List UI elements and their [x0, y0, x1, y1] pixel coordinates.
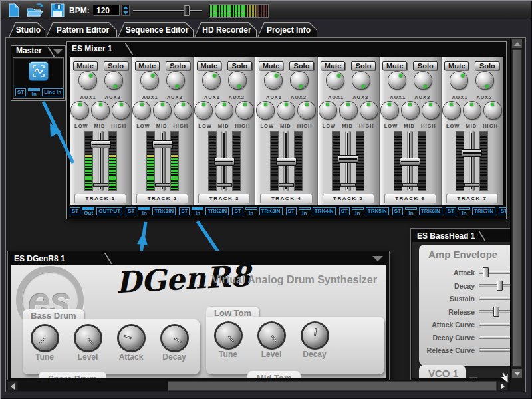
- aux2-knob[interactable]: [105, 72, 122, 89]
- aux1-knob[interactable]: [141, 72, 158, 89]
- eq-low-knob[interactable]: [71, 102, 88, 119]
- sustain-slider[interactable]: [479, 297, 515, 300]
- port-st[interactable]: ST: [179, 207, 190, 215]
- eq-low-knob[interactable]: [257, 102, 274, 119]
- port-dir[interactable]: In: [245, 207, 258, 215]
- tab-hd-recorder[interactable]: HD Recorder: [194, 22, 257, 37]
- aux1-knob[interactable]: [388, 72, 406, 89]
- connector-trk5in[interactable]: ST In TRK5IN: [339, 207, 389, 215]
- chevron-down-icon[interactable]: [372, 256, 383, 261]
- port-st[interactable]: ST: [126, 207, 136, 215]
- port-st[interactable]: ST: [339, 207, 350, 215]
- scroll-up-button[interactable]: [511, 39, 523, 49]
- mixer-window[interactable]: ES Mixer 1 Mute Solo AUX1 AUX2 LOW MID H…: [66, 41, 507, 219]
- port-name[interactable]: TRK3IN: [259, 207, 283, 215]
- attack-curve-slider[interactable]: [479, 323, 515, 326]
- eq-high-knob[interactable]: [236, 102, 253, 119]
- fader-handle[interactable]: [90, 140, 111, 148]
- vertical-scrollbar[interactable]: [510, 38, 523, 380]
- basshead-window[interactable]: ES BassHead 1 Amp Envelope Attack Decay …: [411, 229, 515, 380]
- slider-handle[interactable]: [493, 307, 499, 317]
- eq-high-knob[interactable]: [112, 102, 130, 119]
- aux2-knob[interactable]: [414, 72, 432, 89]
- connector-trk6in[interactable]: ST In TRK6IN: [392, 207, 442, 215]
- eq-high-knob[interactable]: [360, 102, 378, 119]
- port-dir[interactable]: In: [298, 207, 311, 215]
- aux2-knob[interactable]: [229, 72, 246, 89]
- aux2-knob[interactable]: [291, 72, 308, 89]
- eq-low-knob[interactable]: [381, 102, 398, 119]
- volume-fader[interactable]: [469, 131, 475, 191]
- port-line-in[interactable]: Line In: [42, 88, 63, 96]
- solo-button[interactable]: Solo: [475, 61, 499, 70]
- port-name[interactable]: TRK1IN: [152, 207, 176, 215]
- tune-knob[interactable]: [216, 323, 241, 348]
- horizontal-scroll-thumb[interactable]: [168, 381, 497, 391]
- eq-high-knob[interactable]: [484, 102, 501, 119]
- eq-high-knob[interactable]: [174, 102, 192, 119]
- eq-low-knob[interactable]: [319, 102, 336, 119]
- mute-button[interactable]: Mute: [259, 61, 283, 70]
- fader-handle[interactable]: [214, 158, 235, 166]
- port-dir[interactable]: Out: [82, 207, 95, 215]
- release-curve-slider[interactable]: [479, 348, 515, 352]
- mute-button[interactable]: Mute: [444, 61, 469, 70]
- eq-mid-knob[interactable]: [154, 102, 171, 119]
- port-name[interactable]: TRK2IN: [205, 207, 229, 215]
- eq-low-knob[interactable]: [443, 102, 460, 119]
- spin-up-icon[interactable]: [123, 6, 128, 9]
- port-st[interactable]: ST: [70, 207, 80, 215]
- eq-mid-knob[interactable]: [215, 102, 233, 119]
- bpm-input[interactable]: 120: [93, 5, 120, 16]
- port-in[interactable]: In: [27, 88, 41, 96]
- port-st[interactable]: ST: [446, 207, 456, 215]
- mute-button[interactable]: Mute: [135, 61, 160, 70]
- volume-fader[interactable]: [221, 131, 227, 191]
- mute-button[interactable]: Mute: [73, 61, 98, 70]
- aux1-knob[interactable]: [79, 72, 96, 89]
- decay-slider[interactable]: [479, 284, 515, 287]
- toolbar-slider[interactable]: [133, 5, 202, 16]
- eq-mid-knob[interactable]: [464, 102, 481, 119]
- eq-mid-knob[interactable]: [92, 102, 109, 119]
- fader-handle[interactable]: [462, 149, 482, 157]
- volume-fader[interactable]: [407, 131, 413, 191]
- scroll-left-button[interactable]: [7, 381, 18, 391]
- save-icon[interactable]: [51, 3, 65, 17]
- eq-high-knob[interactable]: [298, 102, 315, 119]
- scroll-down-button[interactable]: [511, 368, 523, 378]
- volume-fader[interactable]: [345, 131, 351, 191]
- port-st[interactable]: ST: [392, 207, 403, 215]
- aux1-knob[interactable]: [450, 72, 467, 89]
- fader-handle[interactable]: [400, 158, 420, 166]
- mute-button[interactable]: Mute: [197, 61, 221, 70]
- attack-knob[interactable]: [119, 326, 144, 350]
- connector-output[interactable]: ST Out OUTPUT: [70, 207, 122, 215]
- level-knob[interactable]: [259, 323, 284, 348]
- solo-button[interactable]: Solo: [104, 61, 128, 70]
- tab-sequence-editor[interactable]: Sequence Editor: [118, 22, 194, 37]
- aux2-knob[interactable]: [352, 72, 370, 89]
- connector-trk2in[interactable]: ST In TRK2IN: [179, 207, 229, 215]
- slider-thumb[interactable]: [184, 5, 190, 16]
- solo-button[interactable]: Solo: [227, 61, 252, 70]
- decay-curve-slider[interactable]: [479, 336, 515, 339]
- solo-button[interactable]: Solo: [351, 61, 376, 70]
- chevron-down-icon[interactable]: [53, 49, 63, 54]
- port-name[interactable]: TRK4IN: [313, 207, 336, 215]
- volume-fader[interactable]: [160, 131, 166, 191]
- eq-mid-knob[interactable]: [277, 102, 295, 119]
- spin-down-icon[interactable]: [123, 11, 128, 15]
- port-dir[interactable]: In: [138, 207, 151, 215]
- vertical-scroll-thumb[interactable]: [512, 49, 522, 367]
- aux2-knob[interactable]: [476, 72, 493, 89]
- solo-button[interactable]: Solo: [413, 61, 438, 70]
- port-name[interactable]: OUTPUT: [96, 207, 122, 215]
- tab-pattern-editor[interactable]: Pattern Editor: [46, 22, 117, 37]
- slider-handle[interactable]: [483, 267, 489, 277]
- connector-trk4in[interactable]: ST In TRK4IN: [286, 207, 336, 215]
- connector-trk3in[interactable]: ST In TRK3IN: [232, 207, 282, 215]
- eq-low-knob[interactable]: [133, 102, 150, 119]
- port-st[interactable]: ST: [499, 207, 506, 215]
- dgenr8-window[interactable]: ES DGenR8 1 es DGenR8 Virtual Analog Dru…: [8, 251, 389, 380]
